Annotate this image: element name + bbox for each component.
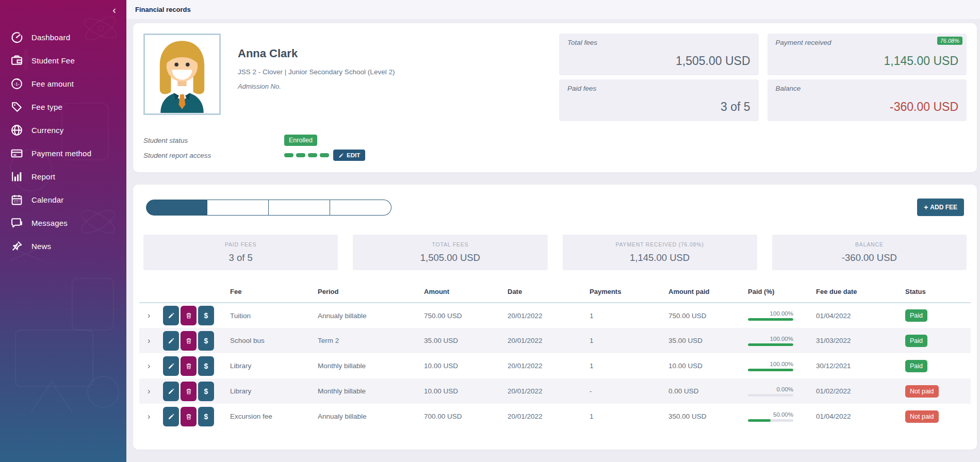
- paid-progress-bar: [748, 394, 793, 397]
- edit-fee-button[interactable]: [163, 331, 179, 351]
- page-title: Financial records: [135, 6, 191, 13]
- payment-received-box: Payment received 76.08% 1,145.00 USD: [767, 34, 967, 75]
- report-access-badge: [296, 153, 305, 157]
- expand-row-button[interactable]: [142, 311, 150, 320]
- pay-fee-button[interactable]: $: [198, 382, 214, 401]
- expander-cell: [139, 328, 160, 353]
- total-fees-value: 1,505.00 USD: [676, 54, 750, 68]
- add-fee-button[interactable]: ADD FEE: [917, 199, 964, 216]
- globe-icon: [10, 124, 23, 137]
- delete-fee-button[interactable]: [181, 331, 197, 351]
- fees-toolbar: ADD FEE: [133, 199, 977, 216]
- tab-term-2[interactable]: [207, 200, 269, 216]
- sidebar-item-label: News: [31, 242, 51, 251]
- student-profile-card: Anna Clark JSS 2 - Clover | Junior Secon…: [133, 23, 977, 172]
- pay-fee-button[interactable]: $: [198, 306, 214, 325]
- expand-row-button[interactable]: [142, 387, 150, 396]
- delete-fee-button[interactable]: [181, 407, 197, 426]
- status-badge: Not paid: [905, 385, 939, 398]
- summary-box-paid-fees: PAID FEES 3 of 5: [143, 235, 338, 270]
- amount-paid-cell: 35.00 USD: [665, 328, 745, 353]
- profile-stats: Total fees 1,505.00 USD Payment received…: [559, 34, 967, 121]
- delete-fee-button[interactable]: [181, 306, 197, 325]
- sidebar-item-dashboard[interactable]: Dashboard: [0, 26, 126, 49]
- date-cell: 20/01/2022: [504, 378, 586, 404]
- trash-icon: [185, 312, 192, 319]
- date-cell: 20/01/2022: [504, 303, 586, 328]
- summary-box-total-fees: TOTAL FEES 1,505.00 USD: [353, 235, 547, 270]
- table-header-spacer-expander: [139, 286, 160, 303]
- sidebar-item-messages[interactable]: Messages: [0, 211, 126, 235]
- sidebar-menu: Dashboard Student Fee Fee amount Fee typ…: [0, 26, 126, 258]
- sidebar-item-label: Dashboard: [31, 33, 70, 42]
- trash-icon: [185, 388, 192, 395]
- tab-all[interactable]: [146, 200, 207, 216]
- column-header-payments: Payments: [586, 286, 665, 303]
- student-status-label: Student status: [143, 137, 284, 144]
- tab-monthly[interactable]: [269, 200, 330, 216]
- sidebar-item-report[interactable]: Report: [0, 165, 126, 188]
- sidebar-item-news[interactable]: News: [0, 235, 126, 258]
- sidebar-item-currency[interactable]: Currency: [0, 119, 126, 142]
- column-header-date: Date: [504, 286, 586, 303]
- paid-progress-bar: [748, 419, 793, 422]
- sidebar-item-payment-method[interactable]: Payment method: [0, 142, 126, 165]
- pay-fee-button[interactable]: $: [198, 356, 214, 376]
- amount-paid-cell: 10.00 USD: [665, 353, 745, 378]
- fees-table: FeePeriodAmountDatePaymentsAmount paidPa…: [139, 286, 971, 429]
- paid-percent-cell: 50.00%: [745, 404, 813, 429]
- sidebar-item-calendar[interactable]: Calendar: [0, 188, 126, 211]
- fee-due-date-cell: 31/03/2022: [813, 328, 902, 353]
- dollar-icon: $: [204, 311, 208, 320]
- summary-box-value: 1,505.00 USD: [420, 252, 480, 263]
- edit-fee-button[interactable]: [163, 407, 179, 426]
- fee-cell: Library: [227, 353, 315, 378]
- plus-icon: [924, 203, 928, 211]
- delete-fee-button[interactable]: [181, 382, 197, 401]
- expander-cell: [139, 353, 160, 378]
- expand-row-button[interactable]: [142, 361, 150, 371]
- pay-fee-button[interactable]: $: [198, 331, 214, 351]
- edit-fee-button[interactable]: [163, 356, 179, 376]
- paid-progress-bar: [748, 343, 793, 346]
- amount-paid-cell: 0.00 USD: [665, 378, 745, 404]
- period-cell: Term 2: [315, 328, 421, 353]
- amount-cell: 10.00 USD: [421, 353, 504, 378]
- chat-icon: [10, 217, 23, 229]
- report-access-badge: [308, 153, 317, 157]
- sidebar-item-label: Messages: [31, 219, 68, 227]
- expander-cell: [139, 303, 160, 328]
- fee-cell: School bus: [227, 328, 315, 353]
- amount-paid-cell: 750.00 USD: [665, 303, 745, 328]
- edit-fee-button[interactable]: [163, 382, 179, 401]
- pencil-icon: [168, 312, 175, 319]
- sidebar-collapse-button[interactable]: ‹: [112, 4, 116, 15]
- sidebar-item-fee-type[interactable]: Fee type: [0, 95, 126, 119]
- expand-row-button[interactable]: [142, 412, 150, 421]
- report-access-badges: [284, 153, 332, 157]
- tab-annualy[interactable]: [330, 200, 391, 216]
- delete-fee-button[interactable]: [181, 356, 197, 376]
- column-header-paid-: Paid (%): [745, 286, 813, 303]
- fee-filter-tabs: [146, 200, 391, 216]
- date-cell: 20/01/2022: [504, 404, 586, 429]
- table-row: $ Library Monthly billable 10.00 USD 20/…: [139, 378, 971, 404]
- tag-icon: [10, 101, 23, 113]
- edit-fee-button[interactable]: [163, 306, 179, 325]
- paid-progress-bar: [748, 318, 793, 321]
- summary-box-label: BALANCE: [855, 241, 884, 248]
- report-access-row: Student report access EDIT: [143, 150, 967, 161]
- date-cell: 20/01/2022: [504, 353, 586, 378]
- report-access-label: Student report access: [143, 152, 284, 159]
- status-rows: Student status Enrolled Student report a…: [143, 135, 967, 161]
- edit-report-access-button[interactable]: EDIT: [333, 150, 365, 161]
- sidebar-item-label: Currency: [31, 126, 63, 135]
- summary-box-value: 3 of 5: [228, 252, 252, 263]
- dollar-icon: $: [204, 362, 208, 370]
- sidebar-item-fee-amount[interactable]: Fee amount: [0, 72, 126, 95]
- sidebar-item-label: Payment method: [31, 149, 91, 158]
- pay-fee-button[interactable]: $: [198, 407, 214, 426]
- sidebar-item-student-fee[interactable]: Student Fee: [0, 49, 126, 72]
- payment-received-label: Payment received: [776, 39, 959, 46]
- expand-row-button[interactable]: [142, 336, 150, 345]
